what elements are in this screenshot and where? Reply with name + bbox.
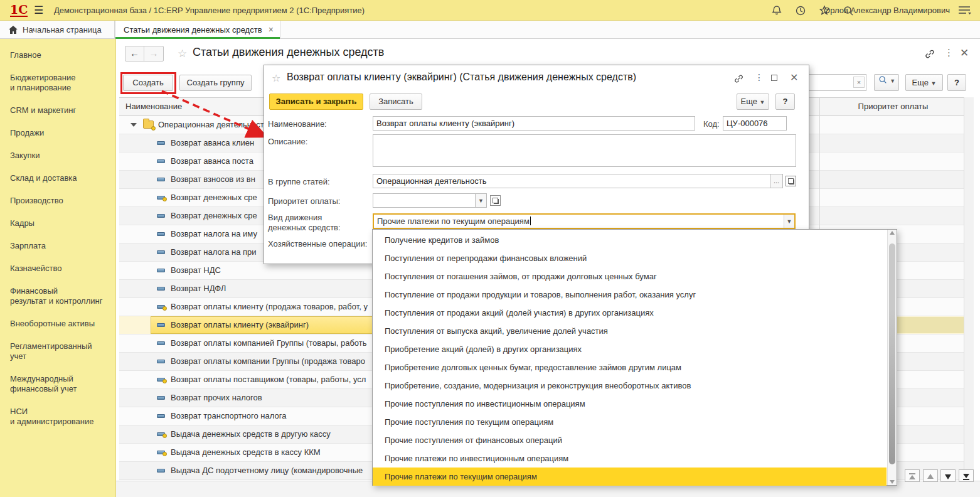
save-and-close-button[interactable]: Записать и закрыть xyxy=(269,94,363,110)
notifications-bell-icon[interactable] xyxy=(770,4,783,17)
magnifier-icon xyxy=(878,75,888,85)
row-label: Возврат денежных сре xyxy=(171,193,257,202)
sidebar-item[interactable]: Зарплата xyxy=(0,235,115,257)
group-open-icon[interactable] xyxy=(786,176,796,186)
group-field[interactable]: Операционная деятельность xyxy=(373,174,770,188)
list-more-button[interactable]: Еще ▼ xyxy=(905,74,943,91)
sidebar-item[interactable]: Бюджетирование и планирование xyxy=(0,67,115,99)
scrollbar-thumb[interactable] xyxy=(889,243,895,464)
dialog-close-icon[interactable]: ✕ xyxy=(790,72,798,83)
sidebar-item[interactable]: Главное xyxy=(0,44,115,67)
move-up-button[interactable] xyxy=(923,469,938,482)
save-button[interactable]: Записать xyxy=(370,94,422,110)
tab-close-icon[interactable]: × xyxy=(269,24,274,35)
forward-button[interactable]: → xyxy=(144,46,163,61)
movement-kind-field[interactable]: Прочие платежи по текущим операциям ▼ xyxy=(373,213,796,229)
dropdown-item[interactable]: Прочие платежи по инвестиционным операци… xyxy=(373,449,887,468)
create-group-button[interactable]: Создать группу xyxy=(179,75,252,91)
dropdown-item[interactable]: Приобретение, создание, модернизация и р… xyxy=(373,377,887,395)
dropdown-item[interactable]: Прочие платежи по текущим операциям xyxy=(373,468,887,486)
dialog-help-button[interactable]: ? xyxy=(775,94,795,110)
sidebar-item[interactable]: Производство xyxy=(0,190,115,212)
group-label: В группе статей: xyxy=(268,177,330,187)
row-label: Возврат аванса клиен xyxy=(171,138,254,147)
sidebar-item[interactable]: Регламентированный учет xyxy=(0,335,115,368)
item-icon xyxy=(157,432,165,436)
dialog-link-icon[interactable] xyxy=(733,73,744,84)
row-label: Возврат налога на иму xyxy=(171,229,257,238)
dropdown-item[interactable]: Приобретение акций (долей) в других орга… xyxy=(373,340,887,358)
back-button[interactable]: ← xyxy=(125,46,144,61)
description-field[interactable] xyxy=(373,134,796,167)
dropdown-item[interactable]: Поступления от перепродажи финансовых вл… xyxy=(373,249,887,267)
sidebar-item[interactable]: CRM и маркетинг xyxy=(0,99,115,122)
dropdown-item[interactable]: Прочие поступления по инвестиционным опе… xyxy=(373,395,887,413)
history-icon[interactable] xyxy=(794,4,807,17)
list-help-button[interactable]: ? xyxy=(947,74,966,91)
create-button[interactable]: Создать xyxy=(123,75,173,91)
sidebar-item[interactable]: Внеоборотные активы xyxy=(0,313,115,335)
item-icon xyxy=(157,360,165,363)
movement-kind-dropdown-button[interactable]: ▼ xyxy=(784,215,794,228)
clear-search-icon[interactable]: × xyxy=(853,77,865,88)
dropdown-item[interactable]: Прочие поступления от финансовых операци… xyxy=(373,431,887,449)
priority-field[interactable] xyxy=(373,193,476,208)
dropdown-item[interactable]: Поступления от выпуска акций, увеличение… xyxy=(373,322,887,340)
dropdown-item[interactable]: Поступления от продажи акций (долей учас… xyxy=(373,304,887,322)
name-field[interactable]: Возврат оплаты клиенту (эквайринг) xyxy=(373,116,695,131)
favorite-star-icon[interactable]: ☆ xyxy=(178,47,187,60)
tab-label: Начальная страница xyxy=(23,25,102,35)
group-choose-button[interactable]: ... xyxy=(770,174,783,188)
item-icon xyxy=(157,232,165,236)
dropdown-item[interactable]: Поступление от продажи продукции и товар… xyxy=(373,286,887,304)
column-header-name[interactable]: Наименование xyxy=(125,102,182,111)
dialog-maximize-icon[interactable] xyxy=(771,75,777,81)
window-menu-icon[interactable]: ⋮ xyxy=(944,47,954,58)
sidebar-item[interactable]: Международный финансовый учет xyxy=(0,368,115,400)
sidebar-item[interactable]: Склад и доставка xyxy=(0,167,115,190)
operations-label: Хозяйственные операции: xyxy=(268,239,367,249)
dropdown-scrollbar[interactable] xyxy=(887,230,897,485)
tab-bar: Начальная страница Статьи движения денеж… xyxy=(0,21,980,39)
dropdown-item[interactable]: Получение кредитов и займов xyxy=(373,231,887,249)
sidebar-item[interactable]: НСИ и администрирование xyxy=(0,400,115,433)
move-down-button[interactable] xyxy=(940,469,956,482)
sidebar-item[interactable]: Финансовый результат и контроллинг xyxy=(0,280,115,313)
sidebar-item[interactable]: Казначейство xyxy=(0,257,115,280)
priority-open-icon[interactable] xyxy=(490,195,501,206)
item-icon xyxy=(157,305,165,309)
row-label: Возврат НДФЛ xyxy=(171,284,226,293)
dialog-favorite-star-icon[interactable]: ☆ xyxy=(272,72,280,84)
row-label: Выдача денежных средств в другую кассу xyxy=(171,429,331,439)
column-header-priority[interactable]: Приоритет оплаты xyxy=(820,102,966,111)
move-bottom-button[interactable] xyxy=(959,469,974,482)
sidebar-item[interactable]: Кадры xyxy=(0,212,115,235)
current-user[interactable]: Орлов Александр Владимирович xyxy=(824,6,950,15)
service-menu-icon[interactable] xyxy=(957,5,971,16)
row-move-buttons xyxy=(904,469,974,482)
dialog-menu-icon[interactable]: ⋮ xyxy=(755,72,764,82)
scroll-down-icon[interactable] xyxy=(890,480,895,484)
item-icon xyxy=(157,196,165,200)
window-close-icon[interactable]: ✕ xyxy=(960,46,969,60)
sidebar-item[interactable]: Закупки xyxy=(0,144,115,167)
dialog-more-button[interactable]: Еще ▼ xyxy=(737,94,769,110)
tab-cash-flow-items[interactable]: Статьи движения денежных средств × xyxy=(115,21,280,39)
get-link-icon[interactable] xyxy=(924,48,935,60)
code-label: Код: xyxy=(703,119,720,129)
priority-dropdown-button[interactable]: ▼ xyxy=(475,193,487,208)
dropdown-item[interactable]: Приобретение долговых ценных бумаг, пред… xyxy=(373,358,887,377)
sidebar-item[interactable]: Продажи xyxy=(0,122,115,144)
dropdown-item[interactable]: Прочие поступления по текущим операциям xyxy=(373,413,887,431)
dropdown-item[interactable]: Поступления от погашения займов, от прод… xyxy=(373,267,887,286)
main-menu-icon[interactable]: ☰ xyxy=(34,4,43,17)
row-label: Возврат налога на при xyxy=(171,247,257,257)
table-scrollbar[interactable] xyxy=(964,97,974,497)
tab-home[interactable]: Начальная страница xyxy=(0,21,115,39)
expand-arrow-icon[interactable] xyxy=(130,123,137,127)
item-icon xyxy=(157,323,165,327)
search-button[interactable]: ▼ xyxy=(874,74,899,91)
scroll-up-icon[interactable] xyxy=(890,231,895,235)
move-top-button[interactable] xyxy=(905,469,920,482)
code-field[interactable]: ЦУ-000076 xyxy=(723,116,787,131)
